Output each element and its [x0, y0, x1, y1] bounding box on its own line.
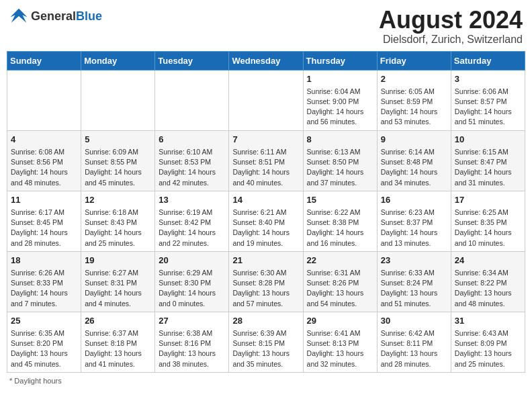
day-number: 29 [307, 315, 373, 327]
header-tuesday: Tuesday [155, 51, 229, 70]
day-info: Sunrise: 6:15 AMSunset: 8:47 PMDaylight:… [455, 147, 521, 188]
calendar-cell-w4-d6: 23Sunrise: 6:33 AMSunset: 8:24 PMDayligh… [377, 251, 451, 312]
day-info: Sunrise: 6:22 AMSunset: 8:38 PMDaylight:… [307, 208, 373, 248]
day-info: Sunrise: 6:37 AMSunset: 8:18 PMDaylight:… [85, 328, 151, 369]
day-info: Sunrise: 6:14 AMSunset: 8:48 PMDaylight:… [381, 147, 447, 188]
calendar-header-row: Sunday Monday Tuesday Wednesday Thursday… [7, 51, 525, 70]
day-info: Sunrise: 6:25 AMSunset: 8:35 PMDaylight:… [455, 208, 521, 248]
day-info: Sunrise: 6:33 AMSunset: 8:24 PMDaylight:… [381, 268, 447, 309]
day-number: 24 [455, 255, 521, 267]
calendar-cell-w1-d4 [229, 70, 303, 130]
day-number: 4 [11, 134, 77, 146]
day-info: Sunrise: 6:06 AMSunset: 8:57 PMDaylight:… [455, 87, 521, 128]
day-number: 25 [11, 315, 77, 327]
location-title: Dielsdorf, Zurich, Switzerland [379, 34, 523, 46]
month-title: August 2024 [379, 7, 523, 34]
day-number: 30 [381, 315, 447, 327]
calendar-cell-w4-d2: 19Sunrise: 6:27 AMSunset: 8:31 PMDayligh… [81, 251, 155, 312]
day-info: Sunrise: 6:35 AMSunset: 8:20 PMDaylight:… [11, 328, 77, 369]
day-number: 19 [85, 255, 151, 267]
calendar-cell-w2-d2: 5Sunrise: 6:09 AMSunset: 8:55 PMDaylight… [81, 130, 155, 191]
day-info: Sunrise: 6:05 AMSunset: 8:59 PMDaylight:… [381, 87, 447, 128]
calendar-cell-w5-d7: 31Sunrise: 6:43 AMSunset: 8:09 PMDayligh… [451, 312, 525, 372]
day-info: Sunrise: 6:10 AMSunset: 8:53 PMDaylight:… [159, 147, 225, 188]
calendar-cell-w2-d7: 10Sunrise: 6:15 AMSunset: 8:47 PMDayligh… [451, 130, 525, 191]
day-number: 22 [307, 255, 373, 267]
day-info: Sunrise: 6:21 AMSunset: 8:40 PMDaylight:… [232, 208, 299, 248]
day-info: Sunrise: 6:11 AMSunset: 8:51 PMDaylight:… [232, 147, 299, 188]
day-info: Sunrise: 6:23 AMSunset: 8:37 PMDaylight:… [381, 208, 447, 248]
calendar-cell-w1-d7: 3Sunrise: 6:06 AMSunset: 8:57 PMDaylight… [451, 70, 525, 130]
header-wednesday: Wednesday [229, 51, 303, 70]
day-number: 1 [307, 73, 373, 85]
title-area: August 2024 Dielsdorf, Zurich, Switzerla… [379, 7, 523, 46]
day-number: 7 [232, 134, 299, 146]
day-number: 20 [159, 255, 225, 267]
header-thursday: Thursday [303, 51, 377, 70]
calendar-cell-w1-d1 [7, 70, 81, 130]
calendar-cell-w5-d2: 26Sunrise: 6:37 AMSunset: 8:18 PMDayligh… [81, 312, 155, 372]
day-number: 31 [455, 315, 521, 327]
day-number: 27 [159, 315, 225, 327]
header-monday: Monday [81, 51, 155, 70]
calendar-cell-w5-d5: 29Sunrise: 6:41 AMSunset: 8:13 PMDayligh… [303, 312, 377, 372]
header: GeneralBlue August 2024 Dielsdorf, Zuric… [7, 7, 525, 46]
calendar-cell-w4-d7: 24Sunrise: 6:34 AMSunset: 8:22 PMDayligh… [451, 251, 525, 312]
calendar-cell-w4-d4: 21Sunrise: 6:30 AMSunset: 8:28 PMDayligh… [229, 251, 303, 312]
day-number: 9 [381, 134, 447, 146]
calendar-cell-w3-d1: 11Sunrise: 6:17 AMSunset: 8:45 PMDayligh… [7, 191, 81, 251]
day-info: Sunrise: 6:34 AMSunset: 8:22 PMDaylight:… [455, 268, 521, 309]
day-number: 23 [381, 255, 447, 267]
calendar-cell-w4-d3: 20Sunrise: 6:29 AMSunset: 8:30 PMDayligh… [155, 251, 229, 312]
calendar-cell-w3-d5: 15Sunrise: 6:22 AMSunset: 8:38 PMDayligh… [303, 191, 377, 251]
calendar-cell-w4-d1: 18Sunrise: 6:26 AMSunset: 8:33 PMDayligh… [7, 251, 81, 312]
calendar-cell-w5-d1: 25Sunrise: 6:35 AMSunset: 8:20 PMDayligh… [7, 312, 81, 372]
day-info: Sunrise: 6:13 AMSunset: 8:50 PMDaylight:… [307, 147, 373, 188]
logo-blue: Blue [76, 9, 102, 23]
day-number: 17 [455, 194, 521, 206]
day-number: 14 [232, 194, 299, 206]
day-info: Sunrise: 6:30 AMSunset: 8:28 PMDaylight:… [232, 268, 299, 309]
day-number: 11 [11, 194, 77, 206]
day-info: Sunrise: 6:39 AMSunset: 8:15 PMDaylight:… [232, 328, 299, 369]
day-info: Sunrise: 6:31 AMSunset: 8:26 PMDaylight:… [307, 268, 373, 309]
day-number: 15 [307, 194, 373, 206]
calendar-week-3: 11Sunrise: 6:17 AMSunset: 8:45 PMDayligh… [7, 191, 525, 251]
day-info: Sunrise: 6:38 AMSunset: 8:16 PMDaylight:… [159, 328, 225, 369]
calendar-cell-w3-d6: 16Sunrise: 6:23 AMSunset: 8:37 PMDayligh… [377, 191, 451, 251]
header-sunday: Sunday [7, 51, 81, 70]
calendar-cell-w2-d3: 6Sunrise: 6:10 AMSunset: 8:53 PMDaylight… [155, 130, 229, 191]
calendar-cell-w5-d6: 30Sunrise: 6:42 AMSunset: 8:11 PMDayligh… [377, 312, 451, 372]
day-info: Sunrise: 6:08 AMSunset: 8:56 PMDaylight:… [11, 147, 77, 188]
logo: GeneralBlue [9, 7, 102, 26]
calendar-cell-w3-d7: 17Sunrise: 6:25 AMSunset: 8:35 PMDayligh… [451, 191, 525, 251]
calendar-week-5: 25Sunrise: 6:35 AMSunset: 8:20 PMDayligh… [7, 312, 525, 372]
day-number: 5 [85, 134, 151, 146]
day-number: 21 [232, 255, 299, 267]
day-number: 3 [455, 73, 521, 85]
day-number: 10 [455, 134, 521, 146]
calendar-cell-w1-d6: 2Sunrise: 6:05 AMSunset: 8:59 PMDaylight… [377, 70, 451, 130]
logo-text: GeneralBlue [31, 9, 102, 24]
day-number: 6 [159, 134, 225, 146]
logo-general: General [31, 9, 76, 23]
day-info: Sunrise: 6:29 AMSunset: 8:30 PMDaylight:… [159, 268, 225, 309]
day-number: 28 [232, 315, 299, 327]
calendar-cell-w3-d2: 12Sunrise: 6:18 AMSunset: 8:43 PMDayligh… [81, 191, 155, 251]
day-info: Sunrise: 6:18 AMSunset: 8:43 PMDaylight:… [85, 208, 151, 248]
day-number: 18 [11, 255, 77, 267]
day-info: Sunrise: 6:43 AMSunset: 8:09 PMDaylight:… [455, 328, 521, 369]
calendar-cell-w3-d4: 14Sunrise: 6:21 AMSunset: 8:40 PMDayligh… [229, 191, 303, 251]
day-number: 8 [307, 134, 373, 146]
calendar-cell-w5-d4: 28Sunrise: 6:39 AMSunset: 8:15 PMDayligh… [229, 312, 303, 372]
calendar-table: Sunday Monday Tuesday Wednesday Thursday… [7, 51, 525, 373]
calendar-cell-w1-d3 [155, 70, 229, 130]
calendar-cell-w2-d1: 4Sunrise: 6:08 AMSunset: 8:56 PMDaylight… [7, 130, 81, 191]
generalblue-logo-icon [9, 7, 28, 26]
day-info: Sunrise: 6:19 AMSunset: 8:42 PMDaylight:… [159, 208, 225, 248]
day-info: Sunrise: 6:09 AMSunset: 8:55 PMDaylight:… [85, 147, 151, 188]
day-number: 12 [85, 194, 151, 206]
calendar-cell-w1-d5: 1Sunrise: 6:04 AMSunset: 9:00 PMDaylight… [303, 70, 377, 130]
day-info: Sunrise: 6:42 AMSunset: 8:11 PMDaylight:… [381, 328, 447, 369]
header-saturday: Saturday [451, 51, 525, 70]
